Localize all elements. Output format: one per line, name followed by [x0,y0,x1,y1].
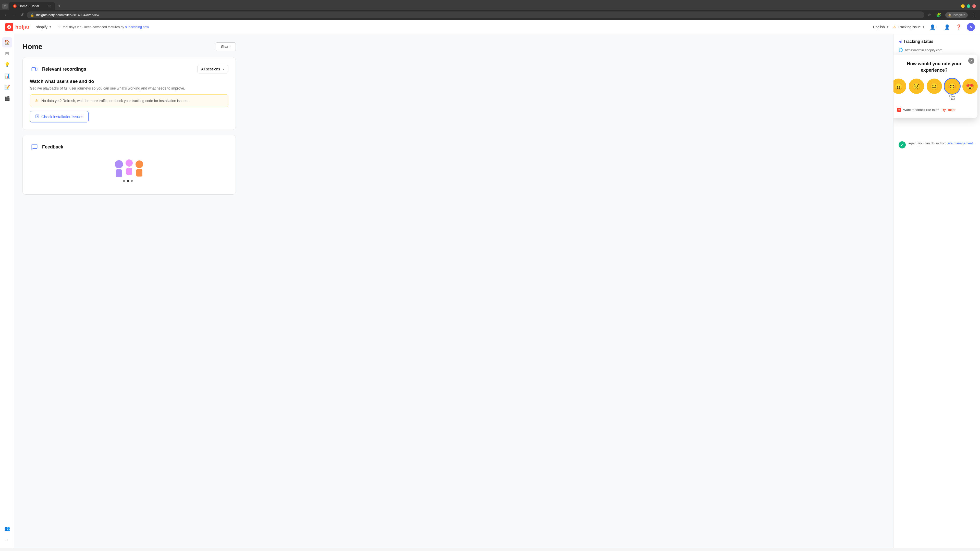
sidebar-item-analytics[interactable]: 📊 [2,71,12,81]
emoji-wrapper-angry: 😠 [893,79,906,103]
user-avatar[interactable]: A [967,23,975,31]
recordings-icon [30,65,39,74]
tracking-issue-chevron: ▼ [922,25,925,28]
emoji-wrapper-love: 😍 [963,79,978,103]
emoji-neutral[interactable]: 😐 [927,79,942,94]
feedback-promo: H Want feedback like this? Try Hotjar [897,108,971,112]
language-selector[interactable]: English ▼ [873,25,889,29]
logo-icon [5,23,13,31]
lang-chevron: ▼ [886,25,889,28]
incognito-badge[interactable]: 🕵️ Incognito [945,12,968,18]
tab-close-btn[interactable]: ✕ [48,4,51,8]
window-minimize[interactable] [961,4,965,8]
sidebar-item-users[interactable]: 👥 [2,524,12,534]
url-input[interactable] [36,13,921,17]
menu-button[interactable]: ⋮ [971,11,977,18]
recordings-title-row: Relevant recordings [30,65,86,74]
user-settings-button[interactable]: 👤 [943,23,951,31]
success-section: ✓ again, you can do so from site managem… [899,141,975,148]
tab-switcher[interactable]: ▼ [2,3,8,9]
sidebar-item-home[interactable]: 🏠 [2,37,12,48]
recordings-card-title: Relevant recordings [42,67,86,72]
subscribe-link[interactable]: subscribing now [125,25,149,29]
no-data-banner: ⚠ No data yet? Refresh, wait for more tr… [30,94,228,107]
feedback-icon [30,142,39,151]
right-panel: ◀ Tracking status 🌐 https://admin.shopif… [893,34,980,548]
svg-point-6 [135,160,143,168]
svg-point-9 [127,180,129,182]
window-maximize[interactable] [967,4,970,8]
rating-widget: ✕ How would you rate your experience? 😠 … [893,55,977,118]
bookmark-button[interactable]: ☆ [926,11,932,18]
back-button[interactable]: ← [3,12,9,18]
globe-icon: 🌐 [899,48,903,52]
hotjar-promo-icon: H [897,108,901,112]
new-tab-button[interactable]: + [56,2,63,10]
warning-icon: ⚠ [893,25,896,29]
language-label: English [873,25,885,29]
incognito-label: Incognito [953,13,965,17]
logo-text: hotjar [15,24,30,30]
emoji-happy[interactable]: 😊 [945,79,960,94]
recordings-card: Relevant recordings All sessions ▼ Watch… [22,57,236,130]
session-filter[interactable]: All sessions ▼ [197,65,228,73]
sidebar-item-insights[interactable]: 💡 [2,60,12,70]
check-installation-button[interactable]: Check installation issues [30,111,89,122]
sidebar-item-feedback[interactable]: 📝 [2,82,12,92]
emoji-label-happy: Like [949,95,955,99]
emoji-angry[interactable]: 😠 [893,79,906,94]
site-management-link[interactable]: site management [947,141,973,145]
emoji-rating-row: 😠 😟 😐 😊 [897,79,971,103]
check-install-icon [35,114,39,119]
rating-close-button[interactable]: ✕ [968,58,974,64]
forward-button[interactable]: → [11,12,18,18]
svg-point-2 [115,160,123,168]
nav-actions: English ▼ ⚠ Tracking issue ▼ 👤+ 👤 ❓ A [873,23,975,31]
share-button[interactable]: Share [216,42,236,51]
help-button[interactable]: ❓ [955,23,963,31]
emoji-wrapper-sad: 😟 [909,79,924,103]
active-tab: H Home - Hotjar ✕ [9,2,55,10]
trial-banner: 11 trial days left - keep advanced featu… [58,25,149,29]
main-layout: 🏠 ⊞ 💡 📊 📝 🎬 👥 → Home Share [0,34,980,548]
page-title-row: Home Share [22,42,236,51]
recordings-card-header: Relevant recordings All sessions ▼ [30,65,228,74]
tracking-status-chevron: ◀ [899,40,901,44]
sidebar: 🏠 ⊞ 💡 📊 📝 🎬 👥 → [0,34,14,548]
refresh-button[interactable]: ↺ [19,11,25,18]
sidebar-item-recordings[interactable]: 🎬 [2,94,12,103]
svg-rect-7 [136,169,142,176]
emoji-sad[interactable]: 😟 [909,79,924,94]
emoji-wrapper-neutral: 😐 [927,79,942,103]
tracking-status-title: Tracking status [904,39,933,44]
recordings-section-title: Watch what users see and do [30,79,228,84]
rating-title: How would you rate your experience? [897,61,971,73]
lock-icon: 🔒 [30,13,34,17]
emoji-love[interactable]: 😍 [963,79,978,94]
address-bar[interactable]: 🔒 [27,11,924,18]
site-selector[interactable]: shopify ▼ [34,24,54,30]
no-data-warning-icon: ⚠ [35,98,38,103]
site-selector-chevron: ▼ [49,25,52,28]
svg-point-10 [130,180,133,182]
tracking-url: 🌐 https://admin.shopify.com [899,48,975,52]
feedback-illustration [30,151,228,187]
recordings-section-desc: Get live playbacks of full user journeys… [30,86,228,90]
success-icon: ✓ [899,141,906,148]
svg-rect-3 [116,169,122,177]
hotjar-logo[interactable]: hotjar [5,23,30,31]
success-text: again, you can do so from site managemen… [908,141,975,145]
tracking-issue-button[interactable]: ⚠ Tracking issue ▼ [893,25,925,29]
sidebar-collapse-button[interactable]: → [2,535,12,545]
try-hotjar-link[interactable]: Try Hotjar [941,108,956,112]
extension-button[interactable]: 🧩 [935,11,942,18]
feedback-card: Feedback [22,135,236,195]
tab-title: Home - Hotjar [19,4,39,8]
top-navigation: hotjar shopify ▼ 11 trial days left - ke… [0,20,980,34]
incognito-icon: 🕵️ [948,13,952,17]
session-filter-label: All sessions [201,67,220,71]
window-close[interactable] [972,4,976,8]
sidebar-item-dashboard[interactable]: ⊞ [2,48,12,59]
no-data-text: No data yet? Refresh, wait for more traf… [41,99,188,103]
add-user-button[interactable]: 👤+ [929,23,939,31]
